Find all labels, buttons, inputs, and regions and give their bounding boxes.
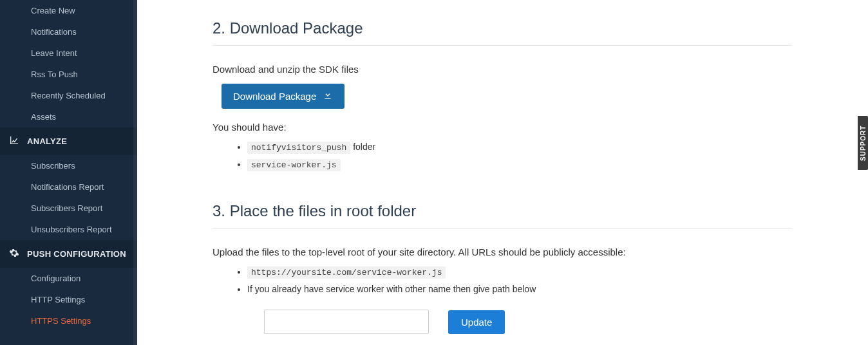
- download-icon: [323, 90, 333, 102]
- chart-line-icon: [9, 135, 19, 147]
- section-place-files: 3. Place the files in root folder Upload…: [212, 202, 792, 334]
- sidebar-header-label: PUSH CONFIGURATION: [27, 249, 126, 259]
- sidebar-scrollbar[interactable]: [133, 0, 137, 345]
- sidebar-header-label: ANALYZE: [27, 136, 67, 146]
- sidebar-item-rss-to-push[interactable]: Rss To Push: [0, 64, 137, 85]
- sidebar-item-notifications-report[interactable]: Notifications Report: [0, 176, 137, 198]
- code-url: https://yoursite.com/service-worker.js: [247, 266, 446, 279]
- place-list: https://yoursite.com/service-worker.js I…: [212, 266, 792, 294]
- support-tab[interactable]: SUPPORT: [858, 116, 868, 170]
- section-title: 2. Download Package: [212, 19, 792, 46]
- list-item: notifyvisitors_push folder: [247, 142, 792, 153]
- list-item: service-worker.js: [247, 159, 792, 170]
- update-button[interactable]: Update: [448, 310, 505, 334]
- sidebar-item-configuration[interactable]: Configuration: [0, 268, 137, 289]
- section-download-package: 2. Download Package Download and unzip t…: [212, 19, 792, 170]
- section-title: 3. Place the files in root folder: [212, 202, 792, 228]
- list-item: If you already have service worker with …: [247, 284, 792, 294]
- sidebar-item-http-settings[interactable]: HTTP Settings: [0, 289, 137, 310]
- sidebar-item-unsubscribers-report[interactable]: Unsubscribers Report: [0, 219, 137, 240]
- main-content: 2. Download Package Download and unzip t…: [155, 0, 850, 345]
- code-file: service-worker.js: [247, 159, 341, 171]
- code-file: notifyvisitors_push: [247, 142, 350, 154]
- sidebar-item-create-new[interactable]: Create New: [0, 0, 137, 21]
- section-intro: Upload the files to the top-level root o…: [212, 247, 792, 257]
- sidebar-item-assets[interactable]: Assets: [0, 106, 137, 127]
- suffix-text: folder: [353, 142, 375, 152]
- gear-icon: [9, 248, 19, 260]
- download-package-button[interactable]: Download Package: [222, 84, 344, 109]
- sidebar: Create New Notifications Leave Intent Rs…: [0, 0, 137, 345]
- sidebar-item-subscribers[interactable]: Subscribers: [0, 155, 137, 176]
- file-list: notifyvisitors_push folder service-worke…: [212, 142, 792, 170]
- should-have-text: You should have:: [212, 122, 792, 133]
- sidebar-item-leave-intent[interactable]: Leave Intent: [0, 42, 137, 64]
- button-label: Download Package: [233, 91, 316, 102]
- service-worker-path-row: Update: [264, 310, 792, 334]
- list-item: https://yoursite.com/service-worker.js: [247, 266, 792, 277]
- sidebar-item-https-settings[interactable]: HTTPS Settings: [0, 310, 137, 331]
- sidebar-item-subscribers-report[interactable]: Subscribers Report: [0, 198, 137, 219]
- service-worker-path-input[interactable]: [264, 310, 429, 334]
- sidebar-header-analyze[interactable]: ANALYZE: [0, 127, 137, 155]
- sidebar-item-notifications[interactable]: Notifications: [0, 21, 137, 42]
- sidebar-item-recently-scheduled[interactable]: Recently Scheduled: [0, 85, 137, 106]
- sidebar-header-push-config[interactable]: PUSH CONFIGURATION: [0, 240, 137, 268]
- section-intro: Download and unzip the SDK files: [212, 64, 792, 75]
